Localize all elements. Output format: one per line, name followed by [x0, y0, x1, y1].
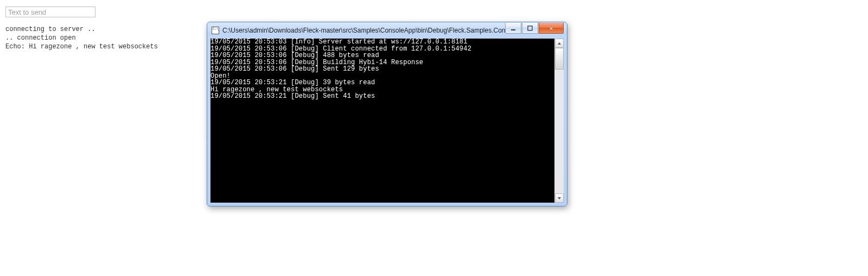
titlebar[interactable]: C:\Users\admin\Downloads\Fleck-master\sr… — [207, 22, 567, 39]
minimize-button[interactable] — [505, 23, 521, 34]
close-button[interactable]: ✕ — [539, 23, 564, 34]
app-icon — [212, 27, 219, 34]
message-input[interactable] — [5, 7, 95, 17]
window-controls: ✕ — [505, 23, 564, 34]
page-log: connecting to server .. .. connection op… — [5, 25, 158, 51]
console-window: C:\Users\admin\Downloads\Fleck-master\sr… — [207, 22, 567, 206]
scroll-up-button[interactable] — [555, 39, 564, 48]
svg-marker-3 — [558, 197, 561, 199]
svg-marker-2 — [558, 42, 561, 45]
scroll-track[interactable] — [555, 48, 564, 193]
scroll-down-button[interactable] — [555, 193, 564, 203]
maximize-button[interactable] — [522, 23, 538, 34]
scroll-thumb[interactable] — [555, 48, 564, 70]
vertical-scrollbar[interactable] — [554, 39, 564, 203]
svg-rect-1 — [528, 26, 532, 30]
close-icon: ✕ — [549, 24, 553, 32]
minimize-icon — [510, 26, 516, 31]
maximize-icon — [527, 26, 533, 31]
svg-rect-0 — [511, 29, 515, 30]
console-body: 19/05/2015 20:53:03 [Info] Server starte… — [210, 39, 564, 203]
chevron-down-icon — [557, 196, 561, 200]
console-output: 19/05/2015 20:53:03 [Info] Server starte… — [210, 39, 554, 203]
chevron-up-icon — [557, 41, 561, 46]
